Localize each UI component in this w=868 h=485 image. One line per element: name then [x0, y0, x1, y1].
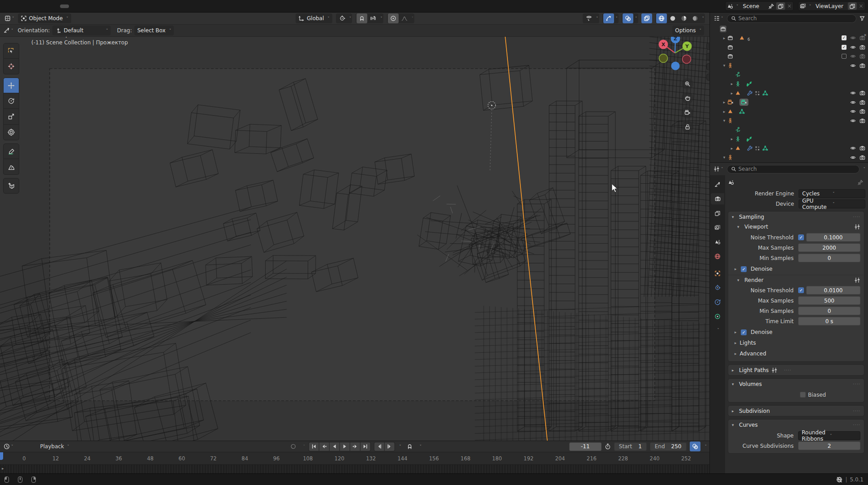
outliner-editor-button[interactable]: ˅ [713, 13, 724, 23]
editor-type-button[interactable]: ˅ [4, 13, 15, 23]
viewport-menu-select[interactable] [83, 17, 92, 20]
outliner-search[interactable]: Search [727, 14, 857, 23]
disclosure-arrow[interactable]: ▾ [721, 118, 727, 123]
outliner-row[interactable]: ▸ [710, 79, 868, 89]
curves-shape-dropdown[interactable]: Rounded Ribbons˅ [798, 431, 860, 440]
disable-render-icon[interactable] [859, 145, 865, 151]
outliner-row[interactable]: ▸ [710, 98, 868, 107]
cursor-tool[interactable] [3, 59, 19, 74]
camera-view-button[interactable] [682, 107, 693, 118]
stopwatch-icon[interactable] [605, 443, 611, 450]
timeline-channels[interactable]: ▸ [0, 465, 709, 473]
show-gizmo-toggle[interactable] [603, 13, 614, 23]
disclosure-arrow[interactable]: ▸ [729, 82, 735, 86]
volumes-header[interactable]: ▾Volumes···· [728, 379, 864, 389]
denoise-checkbox[interactable]: ✓ [741, 329, 747, 335]
play-button[interactable] [339, 442, 349, 451]
workspace-tab-uv-editing[interactable] [90, 4, 99, 8]
shading-material-button[interactable] [679, 13, 689, 23]
snap-toggle[interactable] [357, 13, 367, 23]
properties-tab-constraints[interactable] [711, 296, 724, 307]
hide-eye-icon[interactable] [850, 90, 856, 96]
scene-name[interactable]: Scene [740, 3, 766, 9]
render-noise-threshold-field[interactable]: 0.0100 [806, 286, 860, 294]
hide-eye-icon[interactable] [850, 100, 856, 105]
disclosure-arrow[interactable]: ▾ [721, 155, 727, 160]
render-subpanel-header[interactable]: ▾Render [728, 275, 864, 285]
subdivision-header[interactable]: ▸Subdivision···· [728, 406, 864, 416]
sidebar-tab-tool[interactable] [706, 53, 709, 60]
chevron-down-icon[interactable]: ˅ [864, 167, 866, 171]
preset-icon[interactable] [854, 277, 860, 283]
wrench-icon[interactable] [747, 145, 752, 151]
options-dropdown[interactable]: Options ˅ [672, 26, 704, 35]
snap-target-button[interactable] [368, 13, 378, 23]
disclosure-arrow[interactable]: ▸ [721, 109, 727, 114]
prev-keyframe-button[interactable] [319, 442, 329, 451]
disclosure-arrow[interactable]: ▸ [721, 100, 727, 104]
menu-window[interactable] [36, 1, 45, 11]
hide-eye-icon[interactable] [850, 35, 856, 41]
mesh-data-icon[interactable] [762, 145, 768, 151]
pivot-dropdown[interactable]: ˅ [336, 13, 352, 23]
properties-tab-data[interactable] [711, 311, 724, 322]
biased-checkbox[interactable] [800, 392, 806, 398]
collapsed-subpanel[interactable]: ▸Lights [735, 338, 864, 348]
properties-tab-physics[interactable] [711, 282, 724, 293]
workspace-tab-layout[interactable] [60, 4, 69, 8]
workspace-tab-modeling[interactable] [70, 4, 79, 8]
new-scene-button[interactable] [776, 2, 785, 10]
outliner-row[interactable]: ▸ [710, 89, 868, 98]
drag-dropdown[interactable]: Select Box ˅ [134, 26, 174, 35]
close-icon[interactable] [859, 4, 864, 9]
rotate-tool[interactable] [3, 93, 19, 109]
workspace-tab-sculpting[interactable] [80, 4, 89, 8]
shading-wireframe-button[interactable] [656, 13, 667, 23]
hide-eye-icon[interactable] [850, 44, 856, 50]
properties-tab-render[interactable] [711, 193, 724, 204]
disable-render-icon[interactable] [859, 90, 865, 96]
shading-solid-button[interactable] [667, 13, 678, 23]
preset-icon[interactable] [854, 224, 860, 230]
next-keyframe-button[interactable] [350, 442, 360, 451]
show-overlays-toggle[interactable] [623, 13, 633, 23]
frame-forward-button[interactable] [384, 442, 394, 451]
workspace-tab-animation[interactable] [119, 4, 128, 8]
modifier-icon[interactable] [755, 146, 760, 151]
viewport-subpanel-header[interactable]: ▾Viewport [728, 222, 864, 232]
pin-icon[interactable] [768, 3, 774, 9]
disclosure-arrow[interactable]: ▸ [735, 330, 739, 334]
disclosure-arrow[interactable]: ▸ [729, 146, 735, 151]
workspace-tab-scripting[interactable] [159, 4, 168, 8]
outliner-row[interactable]: ▸ [710, 134, 868, 144]
viewport-menu-add[interactable] [92, 17, 101, 20]
disable-render-icon[interactable] [859, 63, 865, 69]
camera-data-icon[interactable] [739, 99, 748, 106]
checkbox[interactable]: ✓ [798, 287, 804, 293]
frame-back-button[interactable] [374, 442, 384, 451]
disable-render-icon[interactable] [859, 155, 865, 160]
disable-render-icon[interactable] [859, 108, 865, 114]
timeline-menu-view[interactable] [16, 445, 25, 448]
viewlayer-selector[interactable]: ˅ ViewLayer [798, 1, 865, 11]
viewport-max-samples-field[interactable]: 2000 [798, 243, 860, 252]
properties-tab-world[interactable] [711, 251, 724, 262]
properties-search[interactable]: Search [727, 165, 859, 173]
play-reverse-button[interactable] [329, 442, 339, 451]
viewlayer-name[interactable]: ViewLayer [813, 3, 846, 9]
transform-tool[interactable] [3, 125, 19, 140]
menu-help[interactable] [45, 1, 54, 11]
add-cube-tool[interactable] [3, 178, 19, 194]
zoom-button[interactable] [682, 78, 693, 90]
jump-to-start-button[interactable] [309, 442, 318, 451]
annotate-tool[interactable] [3, 143, 19, 159]
proportional-toggle[interactable] [388, 13, 399, 23]
viewport-3d[interactable]: Camera Perspective (-11) Scene Collectio… [0, 13, 709, 441]
collapsed-subpanel[interactable]: ▸Advanced [735, 349, 864, 359]
filter-icon[interactable] [859, 15, 865, 22]
outliner-row[interactable]: ▸ 6 ✓✕ [710, 34, 868, 43]
disable-render-icon[interactable] [859, 53, 865, 59]
timeline-ruler[interactable]: 0122436486072849610812013214415616818019… [0, 452, 709, 465]
current-frame-field[interactable]: -11 [569, 442, 602, 451]
outliner-row[interactable] [710, 52, 868, 61]
